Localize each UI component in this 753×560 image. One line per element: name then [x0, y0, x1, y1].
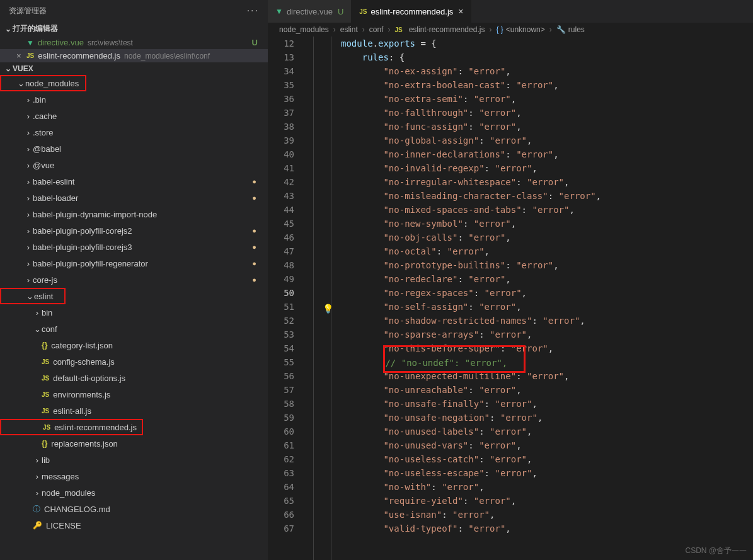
folder-babel-poly3[interactable]: ›babel-plugin-polyfill-corejs3● [0, 239, 268, 255]
chevron-down-icon: ⌄ [4, 25, 13, 33]
chevron-right-icon: › [331, 25, 338, 34]
file-license[interactable]: 🔑LICENSE [0, 517, 268, 534]
chevron-right-icon: › [24, 177, 33, 186]
folder-vue[interactable]: ›@vue [0, 157, 268, 173]
chevron-down-icon: ⌄ [25, 292, 34, 301]
js-file-icon: JS [43, 424, 50, 431]
chevron-right-icon: › [33, 488, 42, 498]
explorer-sidebar: 资源管理器 ··· ⌄ 打开的编辑器 × ▼ directive.vue src… [0, 0, 268, 560]
chevron-right-icon: › [386, 25, 392, 34]
js-file-icon: JS [394, 26, 402, 33]
folder-babel-loader[interactable]: ›babel-loader● [0, 190, 268, 206]
git-modified-icon: ● [252, 178, 263, 185]
chevron-right-icon: › [33, 455, 42, 465]
folder-babel-regen[interactable]: ›babel-plugin-polyfill-regenerator● [0, 255, 268, 271]
chevron-down-icon: ⌄ [4, 64, 13, 73]
file-eslint-recommended[interactable]: JSeslint-recommended.js [0, 419, 143, 435]
file-eslint-all[interactable]: JSeslint-all.js [0, 403, 268, 419]
chevron-right-icon: › [24, 226, 33, 236]
open-editors-section[interactable]: ⌄ 打开的编辑器 [0, 21, 268, 36]
key-file-icon: 🔑 [33, 521, 42, 530]
git-modified-icon: ● [252, 276, 263, 283]
chevron-right-icon: › [24, 259, 33, 268]
folder-node-modules[interactable]: ⌄node_modules [0, 75, 86, 91]
indent-guides [306, 37, 341, 560]
js-file-icon: JS [42, 358, 49, 365]
file-default-cli[interactable]: JSdefault-cli-options.js [0, 370, 268, 386]
folder-babel-dyn[interactable]: ›babel-plugin-dynamic-import-node [0, 206, 268, 222]
project-section[interactable]: ⌄ VUEX [0, 62, 268, 75]
folder-eslint-node-modules[interactable]: ›node_modules [0, 484, 268, 501]
folder-cache[interactable]: ›.cache [0, 108, 268, 124]
chevron-right-icon: › [24, 128, 33, 137]
lightbulb-icon[interactable]: 💡 [323, 304, 333, 314]
json-file-icon: {} [42, 439, 47, 448]
file-environments[interactable]: JSenvironments.js [0, 386, 268, 403]
chevron-down-icon: ⌄ [16, 79, 25, 88]
editor-tabs: ▼ directive.vue U JS eslint-recommended.… [268, 0, 753, 23]
tab-eslint-recommended[interactable]: JS eslint-recommended.js × [352, 0, 471, 23]
js-file-icon: JS [26, 52, 34, 59]
chevron-right-icon: › [24, 111, 33, 121]
chevron-right-icon: › [487, 25, 493, 34]
chevron-right-icon: › [24, 275, 33, 285]
git-modified-icon: ● [252, 227, 263, 234]
js-file-icon: JS [42, 375, 49, 382]
explorer-header: 资源管理器 ··· [0, 0, 268, 21]
file-category-list[interactable]: {}category-list.json [0, 337, 268, 353]
chevron-right-icon: › [33, 472, 42, 481]
more-actions-icon[interactable]: ··· [247, 5, 259, 16]
line-numbers-gutter: 1213343536373839404142434445464748495051… [268, 37, 306, 560]
js-file-icon: JS [359, 8, 367, 15]
folder-eslint-bin[interactable]: ›bin [0, 304, 268, 321]
json-file-icon: {} [42, 341, 47, 350]
chevron-right-icon: › [360, 25, 367, 34]
explorer-title: 资源管理器 [9, 6, 47, 16]
chevron-right-icon: › [548, 25, 554, 34]
git-modified-icon: ● [252, 194, 263, 202]
tab-directive[interactable]: ▼ directive.vue U [268, 0, 352, 23]
close-icon[interactable]: × [16, 51, 26, 60]
vue-file-icon: ▼ [26, 38, 34, 47]
breadcrumb[interactable]: node_modules› eslint› conf› JSeslint-rec… [268, 23, 753, 37]
code-editor[interactable]: 1213343536373839404142434445464748495051… [268, 37, 753, 560]
chevron-right-icon: › [24, 144, 33, 154]
folder-eslint-conf[interactable]: ⌄conf [0, 321, 268, 337]
open-editor-item[interactable]: × JS eslint-recommended.js node_modules\… [0, 49, 268, 62]
git-modified-icon: ● [252, 260, 263, 267]
code-content[interactable]: module.exports = { rules: { "no-ex-assig… [341, 37, 753, 560]
chevron-right-icon: › [33, 308, 42, 317]
close-icon[interactable]: × [458, 6, 463, 16]
open-editor-item[interactable]: × ▼ directive.vue src\views\test U [0, 36, 268, 49]
folder-eslint[interactable]: ⌄eslint [0, 288, 66, 304]
folder-eslint-messages[interactable]: ›messages [0, 468, 268, 484]
folder-babel[interactable]: ›@babel [0, 140, 268, 157]
watermark: CSDN @舍予一一 [685, 546, 747, 556]
symbol-icon: { } [496, 25, 503, 34]
git-modified-icon: ● [252, 243, 263, 251]
file-config-schema[interactable]: JSconfig-schema.js [0, 353, 268, 370]
chevron-right-icon: › [24, 243, 33, 252]
chevron-right-icon: › [24, 95, 33, 105]
editor-area: ▼ directive.vue U JS eslint-recommended.… [268, 0, 753, 560]
folder-bin[interactable]: ›.bin [0, 91, 268, 108]
chevron-right-icon: › [24, 161, 33, 170]
file-replacements[interactable]: {}replacements.json [0, 435, 268, 452]
wrench-icon: 🔧 [556, 25, 566, 34]
folder-corejs[interactable]: ›core-js● [0, 271, 268, 288]
folder-eslint-lib[interactable]: ›lib [0, 452, 268, 468]
js-file-icon: JS [42, 408, 49, 414]
vue-file-icon: ▼ [275, 7, 283, 16]
info-file-icon: ⓘ [33, 504, 40, 515]
folder-store[interactable]: ›.store [0, 124, 268, 140]
chevron-right-icon: › [24, 210, 33, 219]
file-changelog[interactable]: ⓘCHANGELOG.md [0, 501, 268, 517]
folder-babel-poly2[interactable]: ›babel-plugin-polyfill-corejs2● [0, 222, 268, 239]
folder-babel-eslint[interactable]: ›babel-eslint● [0, 173, 268, 190]
js-file-icon: JS [42, 391, 49, 398]
chevron-right-icon: › [24, 193, 33, 203]
chevron-down-icon: ⌄ [33, 324, 42, 334]
